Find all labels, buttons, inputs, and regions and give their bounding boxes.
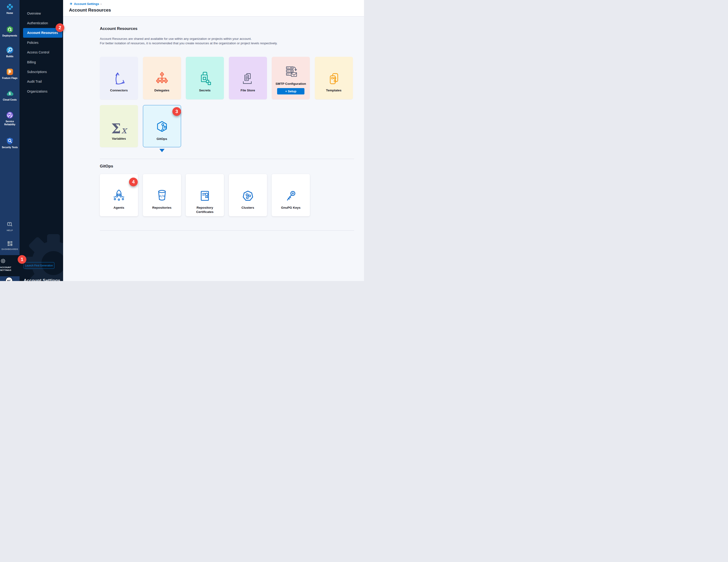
card-label: Delegates <box>152 88 172 93</box>
sidebar-item-deployments[interactable]: Deployments <box>0 25 20 37</box>
card-delegates[interactable]: Delegates <box>143 57 181 99</box>
card-smtp-configuration[interactable]: SMTP Configuration + Setup <box>272 57 310 99</box>
module-rail: Home Deployments Builds <box>0 0 20 281</box>
card-gnupg-keys[interactable]: GnuPG Keys <box>272 174 310 216</box>
agents-squid-icon <box>111 174 127 204</box>
builds-icon <box>0 46 20 54</box>
sidebar-item-builds[interactable]: Builds <box>0 46 20 58</box>
rail-label: Service Reliability <box>0 120 20 126</box>
page-header: Account Settings › Account Resources <box>63 0 364 16</box>
card-label: Repository Certificates <box>186 206 224 214</box>
account-settings-subnav: Overview Authentication Account Resource… <box>20 0 63 281</box>
launch-first-generation-button[interactable]: Launch First Generation <box>24 262 54 269</box>
main-area: Account Settings › Account Resources Acc… <box>63 0 364 281</box>
subnav-item-audit-trail[interactable]: Audit Trail <box>20 77 63 86</box>
subnav-item-subscriptions[interactable]: Subscriptions <box>20 67 63 77</box>
security-tests-icon <box>0 137 20 145</box>
connectors-icon <box>111 57 127 86</box>
gear-watermark <box>20 224 63 281</box>
step-badge-1: 1 <box>18 255 26 264</box>
subnav-item-organizations[interactable]: Organizations <box>20 86 63 96</box>
card-secrets[interactable]: Secrets <box>186 57 224 99</box>
app-window: Home Deployments Builds <box>0 0 364 281</box>
card-clusters[interactable]: Clusters <box>229 174 267 216</box>
rail-label: Security Tests <box>0 146 20 149</box>
gnupg-key-icon <box>283 174 299 204</box>
rail-label: HELP <box>0 229 20 232</box>
subnav-item-access-control[interactable]: Access Control <box>20 48 63 57</box>
templates-icon <box>326 57 342 86</box>
gitops-section-title: GitOps <box>100 164 113 169</box>
section-description: Account Resources are shared and availab… <box>100 37 278 45</box>
sigma-glyph: Σ <box>111 122 121 135</box>
subnav-list: Overview Authentication Account Resource… <box>20 0 63 96</box>
breadcrumb-gear-icon <box>69 2 73 6</box>
rail-label: ACCOUNT SETTINGS <box>0 266 20 271</box>
home-icon <box>0 3 20 11</box>
card-label: Variables <box>109 137 128 141</box>
smtp-setup-button[interactable]: + Setup <box>277 88 304 94</box>
gear-icon <box>0 261 6 265</box>
card-file-store[interactable]: File Store <box>229 57 267 99</box>
section-title: Account Resources <box>100 26 138 31</box>
clusters-icon <box>240 174 256 204</box>
card-label: Connectors <box>108 88 130 93</box>
sidebar-item-feature-flags[interactable]: Feature Flags <box>0 68 20 80</box>
subnav-item-billing[interactable]: Billing <box>20 57 63 67</box>
delegates-icon <box>154 57 170 86</box>
card-repositories[interactable]: </> Repositories <box>143 174 181 216</box>
rail-label: DASHBOARDS <box>0 248 20 250</box>
subnav-item-policies[interactable]: Policies <box>20 38 63 47</box>
gitops-pointer-triangle <box>159 149 165 152</box>
card-label: Repositories <box>150 206 174 210</box>
repositories-bucket-icon: </> <box>154 174 170 204</box>
sidebar-item-cloud-costs[interactable]: $ Cloud Costs <box>0 89 20 101</box>
step-badge-2: 2 <box>56 23 64 32</box>
card-label: Templates <box>324 88 344 93</box>
avatar-initials: MC <box>7 279 11 281</box>
sidebar-item-service-reliability[interactable]: Service Reliability <box>0 111 20 126</box>
card-templates[interactable]: Templates <box>315 57 353 99</box>
subnav-item-overview[interactable]: Overview <box>20 8 63 18</box>
page-content: Account Resources Account Resources are … <box>63 16 364 281</box>
card-label: Agents <box>111 206 127 210</box>
sidebar-item-help[interactable]: ? HELP <box>0 221 20 232</box>
rail-label: Home <box>0 12 20 15</box>
breadcrumb-link-account-settings[interactable]: Account Settings <box>74 2 99 6</box>
breadcrumb-separator: › <box>101 2 101 6</box>
user-avatar[interactable]: MC <box>5 277 13 281</box>
card-label: File Store <box>238 88 258 93</box>
card-label: GitOps <box>154 137 170 141</box>
smtp-icon <box>283 57 299 80</box>
card-label: Clusters <box>239 206 256 210</box>
cloud-costs-icon: $ <box>0 89 20 97</box>
card-label: Secrets <box>197 88 213 93</box>
sidebar-item-account-settings[interactable]: ACCOUNT SETTINGS <box>0 255 20 276</box>
variables-sigma-icon: Σ x <box>111 105 127 135</box>
service-reliability-icon <box>0 111 20 119</box>
sidebar-item-security-tests[interactable]: Security Tests <box>0 137 20 149</box>
svg-text:$: $ <box>8 92 11 95</box>
card-variables[interactable]: Σ x Variables <box>100 105 138 147</box>
rail-label: Feature Flags <box>0 77 20 80</box>
help-chat-icon: ? <box>0 221 20 228</box>
sidebar-item-dashboards[interactable]: DASHBOARDS <box>0 240 20 250</box>
subnav-footer-title: Account Settings <box>24 278 60 281</box>
svg-text:?: ? <box>9 223 10 225</box>
svg-text:</>: </> <box>158 194 165 198</box>
card-label: SMTP Configuration <box>273 82 308 86</box>
file-store-icon <box>240 57 256 86</box>
step-badge-4: 4 <box>129 177 138 186</box>
card-label: GnuPG Keys <box>279 206 303 210</box>
rail-label: Deployments <box>0 34 20 37</box>
card-repository-certificates[interactable]: Repository Certificates <box>186 174 224 216</box>
x-glyph: x <box>121 125 127 135</box>
deployments-icon <box>0 25 20 33</box>
sidebar-item-home[interactable]: Home <box>0 3 20 15</box>
repository-certificates-icon <box>197 174 213 204</box>
feature-flags-icon <box>0 68 20 76</box>
page-title: Account Resources <box>69 8 111 13</box>
secrets-icon <box>197 57 213 86</box>
section-divider <box>100 159 354 159</box>
card-connectors[interactable]: Connectors <box>100 57 138 99</box>
